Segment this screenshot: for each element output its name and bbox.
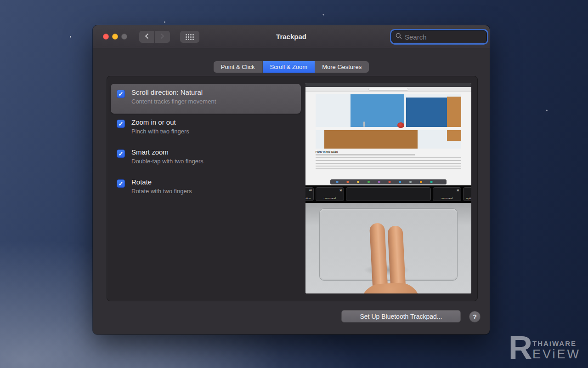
setup-bluetooth-trackpad-button[interactable]: Set Up Bluetooth Trackpad... [341,310,461,322]
checkmark-icon: ✓ [119,150,124,157]
setting-row-rotate[interactable]: ✓ Rotate Rotate with two fingers [111,173,301,203]
key-spacebar [346,187,431,201]
grid-icon [186,34,194,40]
key-command-right: ⌘ command [433,187,461,201]
chevron-right-icon [160,33,164,40]
close-button[interactable] [103,34,109,40]
webpage-body-text [316,157,462,171]
setting-subtitle: Content tracks finger movement [131,98,216,105]
key-option-right: alt option [463,187,471,201]
checkbox-scroll-direction[interactable]: ✓ [117,90,125,98]
checkbox-zoom-in-out[interactable]: ✓ [117,120,125,128]
trackpad-preferences-window: Trackpad Point & Click Scroll & Zoom Mor… [93,25,490,334]
watermark-review: EViEW [532,347,581,362]
setting-title: Scroll direction: Natural [131,88,216,96]
webpage-caption: Party in the Back [316,150,462,153]
show-all-preferences-button[interactable] [180,31,199,43]
setting-text: Scroll direction: Natural Content tracks… [131,88,216,105]
desktop-wallpaper: Trackpad Point & Click Scroll & Zoom Mor… [0,0,588,368]
checkmark-icon: ✓ [119,91,124,98]
checkmark-icon: ✓ [119,180,124,187]
tab-more-gestures[interactable]: More Gestures [315,61,369,73]
tab-scroll-and-zoom[interactable]: Scroll & Zoom [263,61,315,73]
watermark-r: R [509,335,531,362]
key-option-left: alt option [305,187,314,201]
webpage-subline [316,154,415,155]
setting-subtitle: Rotate with two fingers [131,188,192,195]
trackpad-zone [305,203,471,293]
help-button[interactable]: ? [469,311,481,322]
index-finger [369,223,388,293]
address-bar [368,88,408,91]
back-button[interactable] [139,31,154,43]
search-icon [396,33,402,41]
setting-text: Smart zoom Double-tap with two fingers [131,148,204,165]
setting-row-scroll-direction[interactable]: ✓ Scroll direction: Natural Content trac… [111,84,301,114]
gesture-preview-video: Party in the Back alt option ⌘ command [305,83,471,293]
zoom-button [121,34,127,40]
setting-title: Zoom in or out [131,118,189,126]
setting-row-smart-zoom[interactable]: ✓ Smart zoom Double-tap with two fingers [111,144,301,173]
window-titlebar[interactable]: Trackpad [93,25,490,48]
touch-keyboard-row: alt option ⌘ command ⌘ command [305,185,471,203]
key-command-left: ⌘ command [316,187,344,201]
setting-title: Rotate [131,178,192,186]
dark-blue-wall [406,98,448,128]
chevron-left-icon [145,33,149,40]
traffic-lights [103,34,127,40]
search-field[interactable] [391,30,487,43]
checkbox-rotate[interactable]: ✓ [117,179,125,188]
lower-cabinets [324,130,418,149]
dock [330,179,447,184]
forward-button [155,31,170,43]
two-fingers-illustration [369,222,406,293]
settings-panel: ✓ Scroll direction: Natural Content trac… [107,76,478,301]
watermark-brand: THAiWARE [532,339,581,347]
checkmark-icon: ✓ [119,121,124,127]
setting-subtitle: Double-tap with two fingers [131,158,204,165]
gesture-settings-list: ✓ Scroll direction: Natural Content trac… [111,84,301,203]
menu-bar [305,83,471,87]
setting-row-zoom-in-out[interactable]: ✓ Zoom in or out Pinch with two fingers [111,114,301,144]
thaiware-review-watermark: R THAiWARE EViEW [509,335,581,362]
counter-top [316,127,462,130]
red-kettle [397,122,404,128]
browser-toolbar [305,87,471,92]
minimize-button[interactable] [112,34,118,40]
search-input[interactable] [405,33,496,41]
setting-subtitle: Pinch with two fingers [131,128,189,135]
tab-bar: Point & Click Scroll & Zoom More Gesture… [93,61,490,73]
setting-text: Zoom in or out Pinch with two fingers [131,118,189,135]
setting-text: Rotate Rotate with two fingers [131,178,192,195]
setting-title: Smart zoom [131,148,204,156]
macbook-screen: Party in the Back [305,83,471,185]
tab-point-and-click[interactable]: Point & Click [214,61,263,73]
webpage-hero-photo [316,94,462,149]
wood-cabinet [447,97,462,141]
checkbox-smart-zoom[interactable]: ✓ [117,150,125,158]
hand-palm [359,282,420,293]
